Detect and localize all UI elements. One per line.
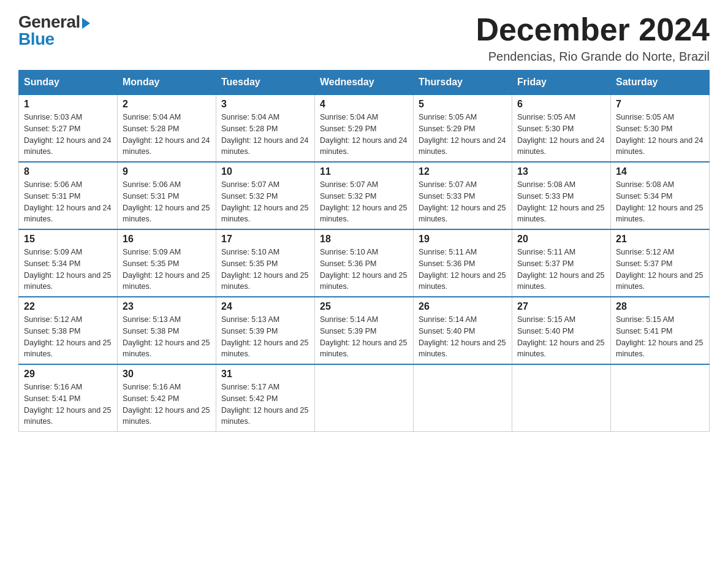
calendar-cell: 13Sunrise: 5:08 AMSunset: 5:33 PMDayligh…	[512, 162, 611, 229]
calendar-week-row: 1Sunrise: 5:03 AMSunset: 5:27 PMDaylight…	[19, 94, 710, 162]
location-title: Pendencias, Rio Grande do Norte, Brazil	[476, 50, 710, 64]
day-info: Sunrise: 5:10 AMSunset: 5:35 PMDaylight:…	[221, 247, 309, 293]
day-number: 11	[320, 166, 408, 177]
logo: General Blue	[18, 12, 90, 49]
calendar-cell: 29Sunrise: 5:16 AMSunset: 5:41 PMDayligh…	[19, 364, 118, 432]
day-info: Sunrise: 5:11 AMSunset: 5:36 PMDaylight:…	[419, 247, 507, 293]
day-number: 8	[24, 166, 112, 177]
calendar-cell: 5Sunrise: 5:05 AMSunset: 5:29 PMDaylight…	[414, 94, 512, 162]
calendar-cell: 24Sunrise: 5:13 AMSunset: 5:39 PMDayligh…	[216, 297, 315, 364]
day-number: 6	[517, 99, 605, 110]
day-number: 29	[24, 369, 112, 380]
day-number: 19	[419, 234, 507, 245]
calendar-cell: 17Sunrise: 5:10 AMSunset: 5:35 PMDayligh…	[216, 229, 315, 297]
day-number: 5	[419, 99, 507, 110]
day-number: 28	[616, 301, 704, 312]
day-number: 1	[24, 99, 112, 110]
day-number: 23	[123, 301, 211, 312]
calendar-cell: 20Sunrise: 5:11 AMSunset: 5:37 PMDayligh…	[512, 229, 611, 297]
day-number: 20	[517, 234, 605, 245]
calendar-cell: 22Sunrise: 5:12 AMSunset: 5:38 PMDayligh…	[19, 297, 118, 364]
header-thursday: Thursday	[414, 71, 512, 95]
day-info: Sunrise: 5:04 AMSunset: 5:28 PMDaylight:…	[123, 112, 211, 158]
day-number: 25	[320, 301, 408, 312]
day-info: Sunrise: 5:13 AMSunset: 5:38 PMDaylight:…	[123, 314, 211, 360]
calendar-week-row: 8Sunrise: 5:06 AMSunset: 5:31 PMDaylight…	[19, 162, 710, 229]
day-info: Sunrise: 5:12 AMSunset: 5:38 PMDaylight:…	[24, 314, 112, 360]
calendar-cell: 23Sunrise: 5:13 AMSunset: 5:38 PMDayligh…	[118, 297, 216, 364]
calendar-cell: 10Sunrise: 5:07 AMSunset: 5:32 PMDayligh…	[216, 162, 315, 229]
calendar-cell: 25Sunrise: 5:14 AMSunset: 5:39 PMDayligh…	[315, 297, 414, 364]
day-info: Sunrise: 5:09 AMSunset: 5:34 PMDaylight:…	[24, 247, 112, 293]
calendar-cell	[315, 364, 414, 432]
day-info: Sunrise: 5:11 AMSunset: 5:37 PMDaylight:…	[517, 247, 605, 293]
day-number: 3	[221, 99, 309, 110]
day-info: Sunrise: 5:15 AMSunset: 5:40 PMDaylight:…	[517, 314, 605, 360]
day-info: Sunrise: 5:05 AMSunset: 5:30 PMDaylight:…	[616, 112, 704, 158]
calendar-cell: 12Sunrise: 5:07 AMSunset: 5:33 PMDayligh…	[414, 162, 512, 229]
day-info: Sunrise: 5:14 AMSunset: 5:39 PMDaylight:…	[320, 314, 408, 360]
day-info: Sunrise: 5:09 AMSunset: 5:35 PMDaylight:…	[123, 247, 211, 293]
calendar-cell	[414, 364, 512, 432]
day-number: 13	[517, 166, 605, 177]
day-number: 4	[320, 99, 408, 110]
day-number: 27	[517, 301, 605, 312]
day-info: Sunrise: 5:06 AMSunset: 5:31 PMDaylight:…	[24, 179, 112, 225]
day-number: 7	[616, 99, 704, 110]
day-info: Sunrise: 5:08 AMSunset: 5:33 PMDaylight:…	[517, 179, 605, 225]
day-info: Sunrise: 5:04 AMSunset: 5:28 PMDaylight:…	[221, 112, 309, 158]
day-info: Sunrise: 5:10 AMSunset: 5:36 PMDaylight:…	[320, 247, 408, 293]
calendar-cell	[512, 364, 611, 432]
calendar-cell: 14Sunrise: 5:08 AMSunset: 5:34 PMDayligh…	[611, 162, 710, 229]
title-section: December 2024 Pendencias, Rio Grande do …	[476, 12, 710, 64]
day-info: Sunrise: 5:13 AMSunset: 5:39 PMDaylight:…	[221, 314, 309, 360]
header-sunday: Sunday	[19, 71, 118, 95]
day-number: 18	[320, 234, 408, 245]
calendar-cell: 21Sunrise: 5:12 AMSunset: 5:37 PMDayligh…	[611, 229, 710, 297]
day-number: 15	[24, 234, 112, 245]
day-number: 10	[221, 166, 309, 177]
calendar-cell: 30Sunrise: 5:16 AMSunset: 5:42 PMDayligh…	[118, 364, 216, 432]
calendar-cell: 19Sunrise: 5:11 AMSunset: 5:36 PMDayligh…	[414, 229, 512, 297]
day-info: Sunrise: 5:08 AMSunset: 5:34 PMDaylight:…	[616, 179, 704, 225]
calendar-cell: 7Sunrise: 5:05 AMSunset: 5:30 PMDaylight…	[611, 94, 710, 162]
header-saturday: Saturday	[611, 71, 710, 95]
calendar-cell: 8Sunrise: 5:06 AMSunset: 5:31 PMDaylight…	[19, 162, 118, 229]
calendar-cell: 16Sunrise: 5:09 AMSunset: 5:35 PMDayligh…	[118, 229, 216, 297]
calendar-cell: 27Sunrise: 5:15 AMSunset: 5:40 PMDayligh…	[512, 297, 611, 364]
day-info: Sunrise: 5:04 AMSunset: 5:29 PMDaylight:…	[320, 112, 408, 158]
calendar-table: SundayMondayTuesdayWednesdayThursdayFrid…	[18, 70, 710, 432]
calendar-cell: 9Sunrise: 5:06 AMSunset: 5:31 PMDaylight…	[118, 162, 216, 229]
day-number: 30	[123, 369, 211, 380]
header-wednesday: Wednesday	[315, 71, 414, 95]
day-info: Sunrise: 5:15 AMSunset: 5:41 PMDaylight:…	[616, 314, 704, 360]
day-info: Sunrise: 5:16 AMSunset: 5:41 PMDaylight:…	[24, 381, 112, 427]
calendar-cell: 2Sunrise: 5:04 AMSunset: 5:28 PMDaylight…	[118, 94, 216, 162]
day-number: 26	[419, 301, 507, 312]
day-info: Sunrise: 5:07 AMSunset: 5:32 PMDaylight:…	[320, 179, 408, 225]
calendar-cell: 31Sunrise: 5:17 AMSunset: 5:42 PMDayligh…	[216, 364, 315, 432]
calendar-cell: 26Sunrise: 5:14 AMSunset: 5:40 PMDayligh…	[414, 297, 512, 364]
day-number: 24	[221, 301, 309, 312]
day-info: Sunrise: 5:03 AMSunset: 5:27 PMDaylight:…	[24, 112, 112, 158]
calendar-cell: 4Sunrise: 5:04 AMSunset: 5:29 PMDaylight…	[315, 94, 414, 162]
calendar-cell	[611, 364, 710, 432]
month-title: December 2024	[476, 12, 710, 47]
header-tuesday: Tuesday	[216, 71, 315, 95]
day-info: Sunrise: 5:14 AMSunset: 5:40 PMDaylight:…	[419, 314, 507, 360]
day-info: Sunrise: 5:07 AMSunset: 5:33 PMDaylight:…	[419, 179, 507, 225]
calendar-cell: 3Sunrise: 5:04 AMSunset: 5:28 PMDaylight…	[216, 94, 315, 162]
calendar-cell: 18Sunrise: 5:10 AMSunset: 5:36 PMDayligh…	[315, 229, 414, 297]
calendar-cell: 28Sunrise: 5:15 AMSunset: 5:41 PMDayligh…	[611, 297, 710, 364]
calendar-cell: 11Sunrise: 5:07 AMSunset: 5:32 PMDayligh…	[315, 162, 414, 229]
day-info: Sunrise: 5:05 AMSunset: 5:29 PMDaylight:…	[419, 112, 507, 158]
day-number: 9	[123, 166, 211, 177]
header-friday: Friday	[512, 71, 611, 95]
calendar-cell: 15Sunrise: 5:09 AMSunset: 5:34 PMDayligh…	[19, 229, 118, 297]
day-number: 16	[123, 234, 211, 245]
day-number: 31	[221, 369, 309, 380]
header-monday: Monday	[118, 71, 216, 95]
day-number: 22	[24, 301, 112, 312]
calendar-week-row: 22Sunrise: 5:12 AMSunset: 5:38 PMDayligh…	[19, 297, 710, 364]
calendar-cell: 1Sunrise: 5:03 AMSunset: 5:27 PMDaylight…	[19, 94, 118, 162]
